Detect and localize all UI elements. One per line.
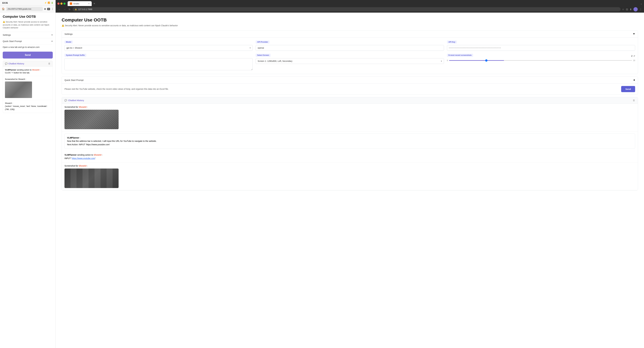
new-tab-icon[interactable]: ⊕ [44,7,46,10]
vlm-msg1-action: Now that the address bar is selected, I … [67,140,156,146]
settings-label: Settings [64,33,72,35]
browser-refresh-button[interactable]: ↻ [68,7,71,11]
mobile-settings-header[interactable]: Settings ◄ [3,32,53,38]
slider-container: 0 10 [447,59,635,61]
chat-bubble-icon: 💬 [64,99,67,102]
mobile-time: 13:31 [2,1,8,4]
mobile-menu-icon[interactable]: ⋮ [51,7,54,10]
chatbot-section: 💬 Chatbot History 🗑 Screenshot for ShowU… [62,97,638,190]
mobile-sidebar: 13:31 ⚡ 📶 🔋 🏠 29cc55f7c27969.gradio.live… [0,0,56,348]
vlm-sending-action-2: VLMPlanner sending action to ShowUI : IN… [62,151,638,163]
n-screenshots-reset-icon[interactable]: ↺ [633,55,635,57]
vlm-response-box: VLMPlanner : Now that the address bar is… [64,134,635,149]
screenshot-item-1: Screenshot for ShowUI : [62,104,638,132]
browser-tab-title: Gradio [73,2,79,5]
mobile-send-button[interactable]: Send [3,52,53,58]
api-key-field: API Key [447,40,635,51]
mobile-msg1-action: CLICK '+' button for new tab. [5,72,30,74]
select-screen-select[interactable]: Screen 1: 1280x800, Left, Secondary [256,58,444,64]
api-key-label: API Key [447,40,457,43]
settings-section: Settings ▼ Model gpt-4o + ShowUI [62,30,638,74]
model-label: Model [64,40,73,43]
slider-min: 0 [447,59,448,61]
youtube-url-link[interactable]: https://www.youtube.com [86,143,110,146]
system-prompt-field: System Prompt Suffix [64,54,253,71]
browser-traffic-lights [58,2,66,5]
input-url-link[interactable]: https://www.youtube.com [72,157,95,160]
browser-forward-button[interactable]: → [63,7,66,11]
mobile-msg1-text: sending action to [17,69,32,71]
browser-right-icons: ☆ ⊡ ⬇ ⋮ [622,7,642,11]
screenshot-showui-label-1: ShowUI [79,106,86,108]
battery-icon: 🔋 [51,2,53,4]
mobile-showui-msg: ShowUI : {'action': 'mouse_move', 'text'… [3,100,52,113]
screenshot-item-2: Screenshot for ShowUI : [62,163,638,190]
bluetooth-icon: ⚡ [44,2,47,4]
quick-start-arrow: ◄ [633,79,635,81]
quick-start-send-button[interactable]: Send [621,86,635,92]
mobile-chatbot-history-section: 💬 Chatbot History 🗑 VLMPlanner sending a… [3,61,53,113]
api-provider-label: API Provider [256,40,270,43]
mobile-msg1-sender: VLMPlanner [5,69,16,71]
model-field: Model gpt-4o + ShowUI [64,40,253,51]
download-icon[interactable]: ⬇ [630,8,632,11]
settings-row-2: System Prompt Suffix Select Screen Scree… [64,54,635,71]
chatbot-delete-icon[interactable]: 🗑 [633,99,635,102]
traffic-light-maximize[interactable] [64,2,66,5]
mobile-app-title: Computer Use OOTB [3,15,53,19]
chat-icon: 💬 [5,62,8,65]
mobile-settings-label: Settings [3,34,11,36]
mobile-showui-label: ShowUI [5,102,12,104]
select-screen-wrapper: Screen 1: 1280x800, Left, Secondary [256,58,444,64]
extension-icon[interactable]: ⊡ [626,8,628,11]
mobile-delete-history-icon[interactable]: 🗑 [48,62,50,65]
browser-back-button[interactable]: ← [58,7,61,11]
model-select[interactable]: gpt-4o + ShowUI [64,45,253,51]
n-screenshots-label: N most recent screenshots [447,54,473,57]
home-icon[interactable]: 🏠 [2,7,5,10]
page-title: Computer Use OOTB [62,17,638,22]
gradio-tab-icon [70,2,72,5]
mobile-screenshot-showui-1: ShowUI [18,78,25,80]
traffic-light-minimize[interactable] [60,2,62,5]
api-key-input[interactable] [447,45,635,51]
browser-avatar[interactable] [634,7,638,11]
browser-new-tab-button[interactable]: + [92,1,96,6]
screenshot-image-2 [64,169,118,188]
browser-tab-close-icon[interactable]: ✕ [88,3,90,5]
vlm-msg2-action: INPUT 'https://www.youtube.com' [64,157,96,160]
mobile-msg1-showui: ShowUI [32,69,40,71]
system-prompt-textarea[interactable] [64,58,253,70]
mobile-chatbot-history-header: 💬 Chatbot History 🗑 [3,61,52,67]
browser-active-tab[interactable]: Gradio ✕ [68,1,92,6]
browser-more-tabs-icon[interactable]: ⌄ [640,2,642,5]
mobile-quick-start-header[interactable]: Quick Start Prompt ◄ [3,38,53,44]
mobile-screenshot-label-1: Screenshot for ShowUI : [5,78,50,80]
bookmark-icon[interactable]: ☆ [622,8,624,11]
browser-chrome: Gradio ✕ + ⌄ ← → ↻ 🔒 127.0.0.1:7888 ☆ ⊡ … [56,0,644,12]
mobile-msg1-colon: : [40,69,40,71]
lock-icon: 🔒 [75,8,77,10]
api-provider-input[interactable] [256,45,444,51]
n-screenshots-slider[interactable] [449,60,632,61]
mobile-tab-count: 3 [47,8,50,10]
chatbot-section-header: 💬 Chatbot History 🗑 [62,97,638,104]
settings-section-header[interactable]: Settings ▼ [62,30,638,37]
browser-window: Gradio ✕ + ⌄ ← → ↻ 🔒 127.0.0.1:7888 ☆ ⊡ … [56,0,644,348]
mobile-showui-action: {'action': 'mouse_move', 'text': None, '… [5,105,47,110]
traffic-light-close[interactable] [58,2,60,5]
mobile-url-bar: 🏠 29cc55f7c27969.gradio.live ⊕ 3 ⋮ [0,6,56,12]
screenshot-image-1 [64,110,118,129]
main-content-area: Computer Use OOTB ⚠️ Security Alert: Nev… [56,12,644,348]
quick-start-section: Quick Start Prompt ◄ Please visit the Yo… [62,76,638,95]
browser-tab-bar: Gradio ✕ + ⌄ [56,0,644,6]
quick-start-body: Please visit the YouTube website, check … [62,83,638,95]
browser-url-box[interactable]: 🔒 127.0.0.1:7888 [72,7,620,11]
quick-start-section-header[interactable]: Quick Start Prompt ◄ [62,77,638,83]
mobile-chat-msg-1: VLMPlanner sending action to ShowUI : CL… [3,67,52,76]
mobile-url-input[interactable]: 29cc55f7c27969.gradio.live [6,7,43,11]
mobile-status-bar: 13:31 ⚡ 📶 🔋 [0,0,56,6]
n-screenshots-field: N most recent screenshots 2 ↺ 0 10 [447,54,635,71]
model-select-wrapper: gpt-4o + ShowUI [64,45,253,51]
browser-menu-icon[interactable]: ⋮ [640,8,642,11]
